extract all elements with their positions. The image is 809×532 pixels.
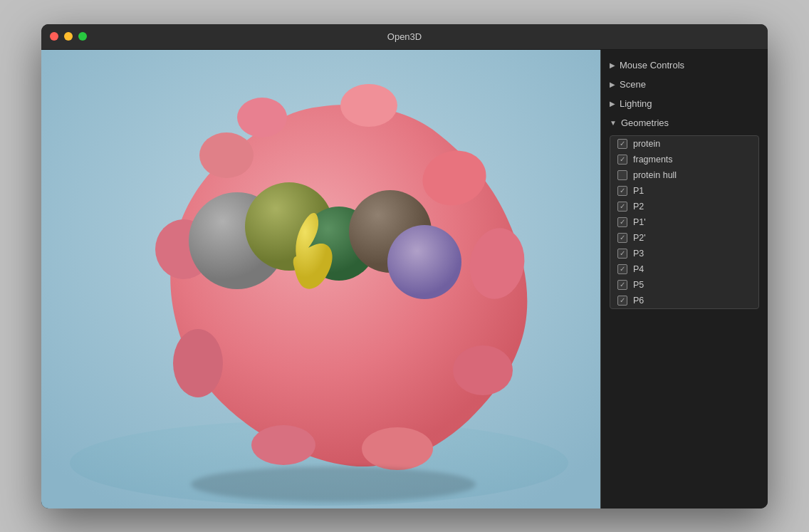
minimize-button[interactable] bbox=[64, 32, 73, 41]
geo-label-P4: P4 bbox=[633, 264, 644, 274]
main-content: ▶ Mouse Controls ▶ Scene ▶ Lighting bbox=[41, 50, 768, 508]
mouse-controls-arrow: ▶ bbox=[610, 61, 615, 69]
geo-label-P5: P5 bbox=[633, 280, 644, 290]
checkmark-fragments: ✓ bbox=[620, 156, 625, 163]
svg-point-4 bbox=[453, 345, 513, 395]
checkbox-P3[interactable]: ✓ bbox=[617, 249, 627, 259]
geometry-item-fragments[interactable]: ✓fragments bbox=[610, 152, 758, 167]
lighting-section: ▶ Lighting bbox=[601, 94, 768, 113]
scene-label: Scene bbox=[620, 79, 646, 90]
geo-label-protein-hull: protein hull bbox=[633, 170, 677, 180]
geo-label-P6: P6 bbox=[633, 296, 644, 306]
checkmark-P1: ✓ bbox=[620, 187, 625, 194]
svg-point-17 bbox=[191, 466, 476, 502]
titlebar: Open3D bbox=[41, 24, 768, 50]
geo-label-P2: P2 bbox=[633, 202, 644, 212]
checkmark-P5: ✓ bbox=[620, 281, 625, 288]
svg-point-10 bbox=[340, 84, 397, 127]
svg-point-7 bbox=[173, 329, 223, 397]
geometry-item-P5[interactable]: ✓P5 bbox=[610, 277, 758, 293]
geometry-item-protein[interactable]: ✓protein bbox=[610, 136, 758, 152]
window-title: Open3D bbox=[387, 31, 422, 42]
checkmark-P2p: ✓ bbox=[620, 234, 625, 241]
geometry-item-P2[interactable]: ✓P2 bbox=[610, 199, 758, 214]
geometry-item-protein-hull[interactable]: protein hull bbox=[610, 167, 758, 183]
checkmark-P1p: ✓ bbox=[620, 219, 625, 226]
geometries-section: ▼ Geometries ✓protein✓fragmentsprotein h… bbox=[601, 113, 768, 309]
mouse-controls-label: Mouse Controls bbox=[620, 60, 684, 71]
checkbox-protein[interactable]: ✓ bbox=[617, 139, 627, 149]
checkbox-P1p[interactable]: ✓ bbox=[617, 217, 627, 227]
maximize-button[interactable] bbox=[78, 32, 87, 41]
checkbox-P4[interactable]: ✓ bbox=[617, 264, 627, 274]
checkbox-P2p[interactable]: ✓ bbox=[617, 233, 627, 243]
mouse-controls-header[interactable]: ▶ Mouse Controls bbox=[601, 56, 768, 75]
geo-label-fragments: fragments bbox=[633, 155, 673, 165]
geometry-item-P2p[interactable]: ✓P2' bbox=[610, 230, 758, 246]
sidebar: ▶ Mouse Controls ▶ Scene ▶ Lighting bbox=[600, 50, 768, 508]
svg-point-16 bbox=[387, 225, 461, 299]
lighting-header[interactable]: ▶ Lighting bbox=[601, 94, 768, 113]
geo-label-P1: P1 bbox=[633, 186, 644, 196]
checkbox-P2[interactable]: ✓ bbox=[617, 202, 627, 212]
mouse-controls-section: ▶ Mouse Controls bbox=[601, 56, 768, 75]
checkmark-P2: ✓ bbox=[620, 203, 625, 210]
checkmark-protein: ✓ bbox=[620, 140, 625, 147]
geo-label-P2p: P2' bbox=[633, 233, 646, 243]
geo-label-P1p: P1' bbox=[633, 217, 646, 227]
geo-label-P3: P3 bbox=[633, 249, 644, 259]
checkbox-fragments[interactable]: ✓ bbox=[617, 155, 627, 165]
checkbox-P6[interactable]: ✓ bbox=[617, 296, 627, 306]
close-button[interactable] bbox=[50, 32, 58, 41]
checkbox-P5[interactable]: ✓ bbox=[617, 280, 627, 290]
checkmark-P3: ✓ bbox=[620, 250, 625, 257]
scene-section: ▶ Scene bbox=[601, 75, 768, 94]
geometries-panel: ✓protein✓fragmentsprotein hull✓P1✓P2✓P1'… bbox=[610, 135, 759, 309]
3d-viewport[interactable] bbox=[41, 50, 600, 508]
scene-header[interactable]: ▶ Scene bbox=[601, 75, 768, 94]
checkmark-P4: ✓ bbox=[620, 266, 625, 273]
svg-point-5 bbox=[362, 427, 433, 470]
geometry-item-P1p[interactable]: ✓P1' bbox=[610, 214, 758, 230]
geometry-item-P4[interactable]: ✓P4 bbox=[610, 261, 758, 277]
lighting-arrow: ▶ bbox=[610, 100, 615, 108]
svg-point-6 bbox=[251, 425, 315, 465]
geo-label-protein: protein bbox=[633, 139, 660, 149]
checkbox-protein-hull[interactable] bbox=[617, 170, 627, 180]
scene-arrow: ▶ bbox=[610, 80, 615, 88]
lighting-label: Lighting bbox=[620, 98, 652, 109]
geometries-arrow: ▼ bbox=[610, 119, 617, 127]
geometries-label: Geometries bbox=[621, 118, 669, 128]
traffic-lights bbox=[50, 32, 87, 41]
geometry-item-P3[interactable]: ✓P3 bbox=[610, 246, 758, 261]
geometries-header[interactable]: ▼ Geometries bbox=[601, 113, 768, 132]
checkbox-P1[interactable]: ✓ bbox=[617, 186, 627, 196]
checkmark-P6: ✓ bbox=[620, 297, 625, 304]
geometry-item-P1[interactable]: ✓P1 bbox=[610, 183, 758, 199]
svg-point-9 bbox=[199, 132, 254, 178]
app-window: Open3D bbox=[41, 24, 768, 508]
svg-point-11 bbox=[237, 98, 287, 137]
scene-canvas bbox=[41, 50, 600, 508]
geometry-item-P6[interactable]: ✓P6 bbox=[610, 293, 758, 308]
